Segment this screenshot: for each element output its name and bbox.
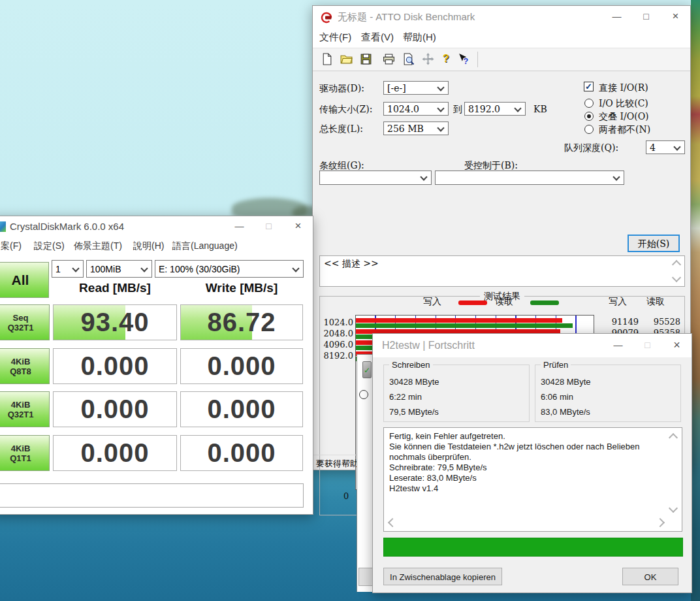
option-radio[interactable] — [359, 390, 368, 399]
start-button[interactable]: 开始(S) — [628, 235, 680, 252]
write-column-header: 写入 — [609, 296, 627, 308]
menu-view[interactable]: 查看(V) — [361, 31, 394, 44]
pan-icon[interactable] — [421, 53, 435, 66]
all-test-button[interactable]: All — [0, 262, 49, 298]
svg-text:?: ? — [463, 57, 468, 65]
h2-titlebar[interactable]: H2testw | Fortschritt — □ × — [373, 334, 692, 357]
verify-time: 6:06 min — [541, 392, 573, 402]
maximize-icon[interactable]: □ — [633, 334, 662, 357]
read-header: Read [MB/s] — [53, 281, 177, 295]
atto-app-icon — [321, 12, 332, 24]
overlapped-io-radio[interactable] — [584, 112, 594, 121]
log-line: Sie können die Testdateien *.h2w jetzt l… — [389, 442, 666, 452]
4kib-q32t1-button[interactable]: 4KiBQ32T1 — [0, 391, 50, 427]
write-time: 6:22 min — [389, 392, 422, 402]
transfer-to-combo[interactable]: 8192.0 — [464, 102, 526, 116]
to-label: 到 — [453, 104, 462, 116]
atto-toolbar: ? ? — [313, 48, 690, 71]
direct-io-checkbox[interactable]: ✓ — [584, 82, 594, 91]
print-preview-icon[interactable] — [401, 53, 415, 66]
copy-to-clipboard-button[interactable]: In Zwischenablage kopieren — [383, 568, 502, 585]
save-icon[interactable] — [358, 53, 373, 66]
ok-button[interactable]: OK — [622, 568, 678, 585]
atto-titlebar[interactable]: 无标题 - ATTO Disk Benchmark — □ × — [313, 6, 690, 28]
menu-theme[interactable]: 佈景主題(T) — [74, 240, 122, 252]
axis-zero-label: 0 — [343, 491, 349, 501]
close-icon[interactable]: × — [662, 334, 692, 357]
result-log[interactable]: Fertig, kein Fehler aufgetreten. Sie kön… — [383, 427, 682, 532]
h2testw-progress-window: H2testw | Fortschritt — □ × Schreiben 30… — [372, 333, 692, 593]
write-value: 91149 — [597, 317, 639, 327]
total-length-label: 总长度(L): — [319, 123, 363, 135]
crystaldiskmark-window: CrystalDiskMark 6.0.0 x64 — □ × 案(F) 設定(… — [0, 216, 313, 515]
seq-read-cell: 93.40 — [53, 304, 177, 340]
maximize-icon[interactable]: □ — [254, 216, 283, 237]
help-icon[interactable]: ? — [439, 53, 453, 66]
maximize-icon[interactable]: □ — [631, 6, 661, 28]
log-line: Fertig, kein Fehler aufgetreten. — [389, 431, 666, 442]
q8t8-write-cell: 0.000 — [180, 348, 303, 384]
scroll-up-icon[interactable] — [669, 433, 678, 442]
chart-category: 4096.0 — [319, 340, 353, 349]
menu-help[interactable]: 帮助(H) — [403, 31, 436, 44]
scroll-left-icon[interactable] — [388, 518, 397, 527]
read-bar — [356, 323, 573, 328]
queue-depth-combo[interactable]: 4 — [646, 140, 685, 154]
menu-file[interactable]: 案(F) — [1, 240, 22, 252]
progress-bar — [383, 538, 683, 557]
close-icon[interactable]: × — [661, 6, 690, 28]
test-size-combo[interactable]: 100MiB — [86, 260, 152, 278]
menu-settings[interactable]: 設定(S) — [34, 240, 65, 252]
q32t1-read-cell: 0.000 — [53, 391, 177, 427]
verify-bytes: 30428 MByte — [541, 377, 591, 387]
open-file-icon[interactable] — [339, 53, 353, 66]
description-box[interactable]: << 描述 >> — [319, 255, 685, 287]
drive-label: 驱动器(D): — [319, 83, 364, 95]
button-edge — [358, 568, 373, 586]
h2testw-main-window — [357, 354, 372, 592]
status-text: 要获得帮助 — [316, 458, 358, 470]
new-file-icon[interactable] — [319, 53, 334, 66]
scroll-down-icon[interactable] — [672, 273, 681, 282]
test-count-combo[interactable]: 1 — [52, 260, 84, 278]
total-length-combo[interactable]: 256 MB — [383, 122, 449, 135]
stripe-group-combo[interactable] — [319, 171, 432, 185]
cdm-titlebar[interactable]: CrystalDiskMark 6.0.0 x64 — □ × — [0, 216, 313, 237]
drive-select-combo[interactable]: E: 100% (30/30GiB) — [155, 260, 304, 278]
minimize-icon[interactable]: — — [603, 334, 633, 357]
comment-input[interactable] — [0, 483, 304, 508]
queue-depth-label: 队列深度(Q): — [564, 142, 618, 154]
controlled-by-combo[interactable] — [435, 171, 624, 185]
scroll-right-icon[interactable] — [656, 518, 665, 527]
neither-radio[interactable] — [584, 125, 594, 134]
drive-combo[interactable]: [-e-] — [383, 81, 449, 95]
write-header: Write [MB/s] — [180, 281, 303, 295]
scroll-down-icon[interactable] — [669, 504, 678, 513]
menu-file[interactable]: 文件(F) — [319, 31, 351, 44]
description-placeholder: << 描述 >> — [324, 258, 379, 270]
overlapped-io-label: 交叠 I/O(O) — [599, 111, 649, 123]
verify-group-title: Prüfen — [541, 360, 571, 370]
menu-language[interactable]: 語言(Language) — [172, 240, 238, 252]
scroll-up-icon[interactable] — [672, 260, 681, 269]
chart-category: 8192.0 — [319, 351, 353, 361]
transfer-from-combo[interactable]: 1024.0 — [383, 102, 449, 116]
read-column-header: 读取 — [646, 296, 665, 308]
4kib-q8t8-button[interactable]: 4KiBQ8T8 — [0, 348, 50, 384]
log-line: nochmals überprüfen. — [389, 452, 666, 463]
io-compare-radio[interactable] — [584, 99, 594, 108]
print-icon[interactable] — [381, 53, 396, 66]
write-groupbox: Schreiben 30428 MByte 6:22 min 79,5 MByt… — [383, 365, 530, 422]
4kib-q1t1-button[interactable]: 4KiBQ1T1 — [0, 435, 50, 471]
seq-q32t1-button[interactable]: SeqQ32T1 — [0, 304, 50, 340]
q32t1-write-cell: 0.000 — [180, 391, 303, 427]
direct-io-label: 直接 I/O(R) — [599, 82, 648, 94]
minimize-icon[interactable]: — — [602, 6, 631, 28]
context-help-icon[interactable]: ? — [456, 53, 470, 66]
read-value: 95528 — [639, 317, 680, 327]
cdm-window-title: CrystalDiskMark 6.0.0 x64 — [10, 216, 124, 237]
minimize-icon[interactable]: — — [225, 216, 254, 237]
close-icon[interactable]: × — [283, 216, 313, 237]
log-line: Leserate: 83,0 MByte/s — [389, 473, 666, 483]
menu-help[interactable]: 說明(H) — [133, 240, 164, 252]
